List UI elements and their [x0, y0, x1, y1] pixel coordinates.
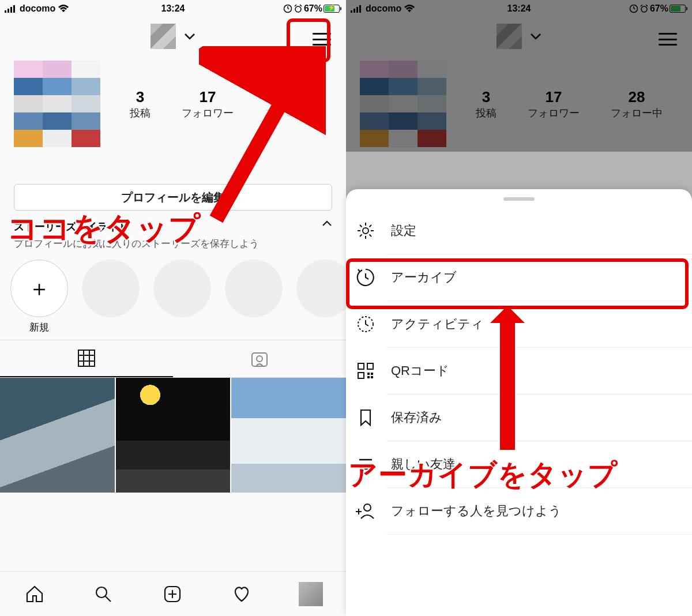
signal-icon — [5, 5, 17, 13]
highlight-placeholder — [225, 260, 283, 334]
grid-icon — [77, 349, 96, 367]
annotation-text: ココをタップ — [7, 208, 201, 250]
phone-right: docomo 13:24 67% 3投稿 1 — [346, 0, 692, 616]
wifi-icon — [58, 5, 69, 13]
bottom-nav — [0, 571, 346, 616]
status-time: 13:24 — [161, 3, 185, 14]
content-tabs — [0, 340, 346, 378]
svg-rect-1 — [7, 9, 9, 13]
battery-icon: ⚡ — [324, 5, 341, 13]
svg-point-18 — [363, 228, 368, 234]
svg-point-8 — [257, 356, 262, 362]
annotation-arrow — [484, 306, 531, 456]
svg-point-27 — [364, 504, 371, 511]
menu-saved[interactable]: 保存済み — [386, 395, 692, 441]
svg-rect-26 — [371, 373, 373, 375]
highlight-placeholder — [296, 260, 354, 334]
post-grid — [0, 378, 346, 493]
annotation-arrow — [199, 46, 326, 225]
annotation-text: アーカイブをタップ — [348, 456, 618, 494]
carrier-label: docomo — [20, 3, 55, 14]
tagged-icon — [250, 349, 269, 369]
svg-rect-6 — [78, 350, 95, 366]
svg-rect-0 — [5, 10, 6, 13]
avatar[interactable] — [14, 61, 100, 147]
battery-pct: 67% — [304, 3, 322, 14]
svg-rect-2 — [10, 7, 12, 13]
activity-icon — [355, 314, 376, 335]
svg-rect-25 — [367, 376, 370, 378]
bookmark-icon — [355, 407, 376, 428]
menu-settings[interactable]: 設定 — [386, 208, 692, 254]
highlight-placeholder — [153, 260, 211, 334]
post-thumb[interactable] — [0, 378, 115, 493]
svg-rect-24 — [371, 376, 373, 378]
lock-rotation-icon — [283, 4, 292, 13]
menu-discover[interactable]: フォローする人を見つけよう — [386, 488, 692, 535]
svg-rect-20 — [358, 363, 364, 369]
svg-rect-21 — [367, 363, 373, 369]
status-bar: docomo 13:24 67% ⚡ — [0, 0, 346, 17]
nav-create[interactable] — [161, 583, 184, 606]
stat-posts[interactable]: 3 投稿 — [130, 88, 151, 120]
menu-qr[interactable]: QRコード — [386, 348, 692, 395]
tab-tagged[interactable] — [173, 340, 346, 377]
username-pixelated — [151, 24, 176, 49]
nav-profile[interactable] — [299, 582, 323, 606]
annotation-highlight-box — [346, 258, 689, 309]
nav-search[interactable] — [92, 583, 115, 606]
phone-left: docomo 13:24 67% ⚡ 3 投稿 — [0, 0, 346, 616]
svg-rect-23 — [367, 373, 370, 375]
alarm-icon — [294, 4, 303, 13]
svg-point-9 — [96, 587, 107, 598]
highlight-new[interactable]: ＋ 新規 — [10, 260, 68, 334]
sheet-handle[interactable] — [503, 197, 535, 201]
chevron-down-icon — [184, 33, 195, 40]
svg-point-5 — [295, 6, 301, 12]
post-thumb[interactable] — [231, 378, 346, 493]
post-thumb[interactable] — [116, 378, 231, 493]
nav-activity[interactable] — [230, 583, 253, 606]
highlights-row: ＋ 新規 — [0, 257, 346, 340]
tab-grid[interactable] — [0, 340, 173, 377]
add-person-icon — [355, 501, 376, 521]
svg-rect-3 — [13, 5, 15, 13]
gear-icon — [355, 220, 376, 241]
username-dropdown[interactable] — [151, 24, 195, 49]
qr-icon — [355, 360, 376, 381]
svg-line-11 — [216, 69, 300, 219]
highlight-placeholder — [82, 260, 140, 334]
svg-rect-22 — [358, 373, 364, 378]
nav-home[interactable] — [23, 583, 46, 606]
